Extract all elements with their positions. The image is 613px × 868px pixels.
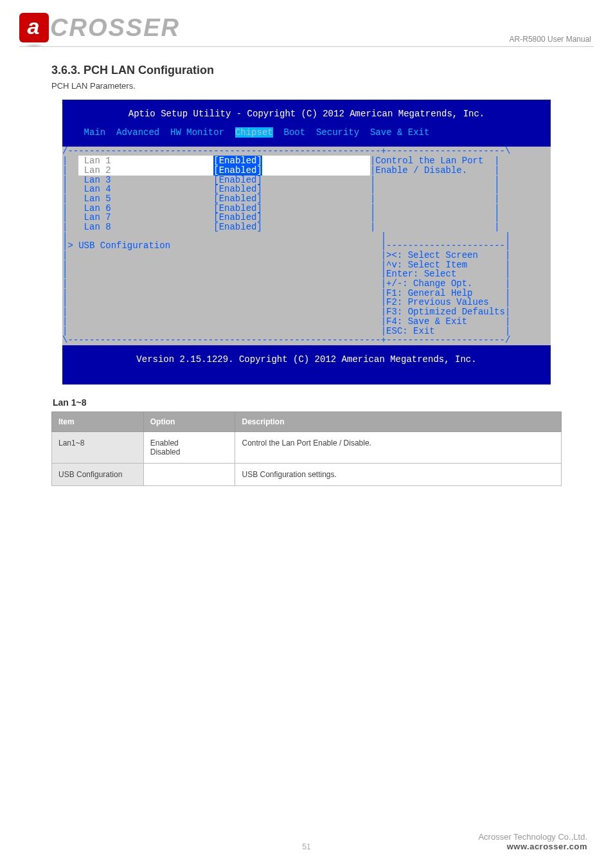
th-description: Description: [235, 411, 562, 431]
bios-tab-main[interactable]: Main: [84, 127, 106, 138]
logo-text: CROSSER: [50, 14, 180, 42]
bios-tab-row: Main Advanced HW Monitor Chipset Boot Se…: [62, 128, 551, 138]
bios-item-lan4[interactable]: Lan 4: [84, 184, 111, 194]
bios-body: /---------------------------------------…: [62, 147, 551, 345]
cell-desc: Control the Lan Port Enable / Disable.: [235, 431, 562, 463]
bios-version-footer: Version 2.15.1229. Copyright (C) 2012 Am…: [62, 355, 551, 365]
bios-item-lan2[interactable]: Lan 2: [78, 165, 213, 176]
section-subtitle: PCH LAN Parameters.: [51, 81, 594, 91]
bios-utility-title: Aptio Setup Utility - Copyright (C) 2012…: [62, 109, 551, 119]
section-title: 3.6.3. PCH LAN Configuration: [51, 64, 594, 77]
footer-url: www.acrosser.com: [478, 842, 587, 851]
bios-tab-saveexit[interactable]: Save & Exit: [370, 127, 429, 138]
page-footer: Acrosser Technology Co.,Ltd. www.acrosse…: [478, 832, 587, 851]
cell-option: Enabled Disabled: [143, 431, 235, 463]
th-item: Item: [52, 411, 144, 431]
table-header-row: Item Option Description: [52, 411, 562, 431]
bios-tab-chipset[interactable]: Chipset: [235, 127, 273, 138]
cell-option: [143, 463, 235, 485]
cell-item: USB Configuration: [52, 463, 144, 485]
bios-item-lan6[interactable]: Lan 6: [84, 203, 111, 213]
bios-item-lan5[interactable]: Lan 5: [84, 194, 111, 204]
bios-tab-advanced[interactable]: Advanced: [116, 127, 159, 138]
table-row: Lan1~8 Enabled Disabled Control the Lan …: [52, 431, 562, 463]
table-row: USB Configuration USB Configuration sett…: [52, 463, 562, 485]
cell-desc: USB Configuration settings.: [235, 463, 562, 485]
section-name: PCH LAN Configuration: [84, 64, 214, 77]
bios-item-lan3[interactable]: Lan 3: [84, 175, 111, 185]
bios-submenu-usb[interactable]: USB Configuration: [78, 240, 170, 251]
footer-company: Acrosser Technology Co.,Ltd.: [478, 832, 587, 842]
bios-item-lan1[interactable]: Lan 1: [78, 156, 213, 166]
table-subhead: Lan 1~8: [53, 397, 562, 408]
section-number: 3.6.3.: [51, 64, 80, 77]
th-option: Option: [143, 411, 235, 431]
bios-tab-security[interactable]: Security: [316, 127, 359, 138]
bios-item-lan8[interactable]: Lan 8: [84, 222, 111, 232]
bios-screenshot: Aptio Setup Utility - Copyright (C) 2012…: [62, 100, 551, 384]
bios-tab-boot[interactable]: Boot: [284, 127, 306, 138]
bios-tab-hwmonitor[interactable]: HW Monitor: [170, 127, 224, 138]
divider: [19, 46, 594, 47]
bios-item-lan7[interactable]: Lan 7: [84, 212, 111, 222]
cell-item: Lan1~8: [52, 431, 144, 463]
logo-mark-icon: a: [19, 13, 49, 42]
page-number: 51: [302, 842, 310, 851]
spec-table: Item Option Description Lan1~8 Enabled D…: [51, 411, 562, 486]
